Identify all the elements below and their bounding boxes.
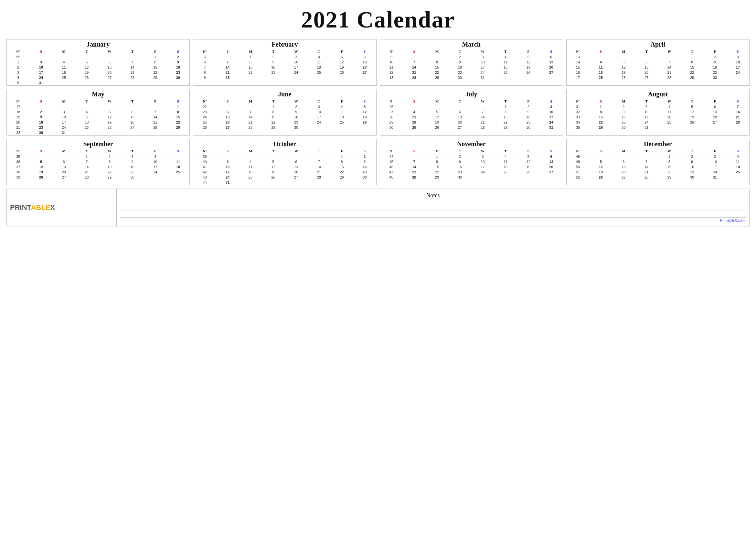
day-cell: 25 — [403, 125, 426, 130]
col-header: S — [353, 99, 376, 104]
day-cell: 12 — [98, 115, 121, 120]
day-cell: 23 — [704, 70, 727, 75]
col-header: T — [635, 99, 658, 104]
day-cell: 22 — [262, 120, 285, 125]
table-row: 182345678 — [7, 109, 189, 115]
day-cell — [98, 130, 121, 135]
day-cell: 28 — [239, 125, 262, 130]
day-cell: 10 — [726, 60, 749, 65]
day-cell: 16 — [121, 164, 144, 169]
month-block-april: AprilN°SMTWTFS13123144567891015111213141… — [566, 39, 749, 86]
day-cell: 27 — [540, 70, 563, 75]
day-cell — [167, 80, 190, 85]
day-cell — [216, 104, 239, 110]
day-cell — [517, 175, 540, 180]
week-number: 41 — [193, 164, 216, 169]
month-block-march: MarchN°SMTWTFS91234561078910111213111415… — [380, 39, 563, 86]
day-cell: 19 — [517, 65, 540, 70]
day-cell: 3 — [726, 54, 749, 60]
day-cell: 20 — [121, 120, 144, 125]
day-cell: 11 — [330, 109, 353, 115]
day-cell: 11 — [239, 164, 262, 169]
day-cell: 6 — [52, 159, 75, 164]
week-number: 29 — [380, 120, 403, 125]
day-cell — [239, 180, 262, 185]
month-title: January — [7, 40, 189, 49]
day-cell: 29 — [658, 175, 681, 180]
table-row: 2413141516171819 — [193, 115, 376, 120]
day-cell: 23 — [681, 169, 704, 175]
day-cell — [52, 54, 75, 60]
table-row: 3315161718192021 — [567, 115, 749, 120]
col-header: T — [121, 149, 144, 154]
day-cell: 20 — [612, 169, 635, 175]
day-cell: 4 — [494, 54, 517, 60]
day-cell: 7 — [658, 60, 681, 65]
day-cell: 11 — [52, 65, 75, 70]
week-number: 9 — [380, 54, 403, 60]
day-cell: 4 — [589, 60, 612, 65]
day-cell: 19 — [30, 169, 53, 175]
day-cell: 19 — [75, 70, 98, 75]
col-header: T — [494, 149, 517, 154]
day-cell — [471, 104, 494, 110]
table-row: 424252627282930 — [7, 75, 189, 80]
day-cell: 2 — [704, 54, 727, 60]
day-cell — [75, 104, 98, 110]
day-cell — [239, 104, 262, 110]
day-cell: 20 — [540, 164, 563, 169]
day-cell: 28 — [121, 75, 144, 80]
day-cell: 27 — [704, 120, 727, 125]
table-row: 1078910111213 — [380, 60, 563, 65]
day-cell: 7 — [239, 109, 262, 115]
day-cell: 30 — [448, 175, 471, 180]
col-header: N° — [567, 49, 589, 54]
day-cell: 23 — [353, 169, 376, 175]
week-number: 17 — [7, 104, 30, 110]
day-cell — [239, 154, 262, 159]
day-cell: 25 — [308, 70, 331, 75]
day-cell: 26 — [517, 169, 540, 175]
week-number: 27 — [380, 109, 403, 115]
day-cell: 21 — [144, 120, 167, 125]
day-cell: 20 — [216, 120, 239, 125]
day-cell: 26 — [612, 75, 635, 80]
month-title: August — [567, 89, 749, 99]
day-cell: 10 — [52, 115, 75, 120]
day-cell: 19 — [330, 65, 353, 70]
table-row: 13123 — [567, 54, 749, 60]
month-title: November — [380, 139, 563, 149]
col-header: S — [353, 149, 376, 154]
week-number: 28 — [380, 115, 403, 120]
day-cell: 13 — [353, 60, 376, 65]
day-cell — [144, 175, 167, 180]
day-cell: 2 — [285, 104, 308, 110]
day-cell: 4 — [330, 104, 353, 110]
day-cell: 18 — [308, 65, 331, 70]
table-row: 481234 — [567, 154, 749, 159]
notes-title: Notes — [120, 192, 746, 199]
calendar-table: N°SMTWTFS9123456107891011121311141516171… — [380, 49, 563, 80]
calendar-table: N°SMTWTFS5512134567892101112131415163171… — [7, 49, 189, 85]
day-cell: 21 — [308, 169, 331, 175]
col-header: S — [540, 49, 563, 54]
day-cell: 31 — [52, 130, 75, 135]
day-cell: 25 — [589, 75, 612, 80]
day-cell — [262, 75, 285, 80]
col-header: T — [681, 49, 704, 54]
week-number: 6 — [193, 60, 216, 65]
page-title: 2021 Calendar — [7, 7, 749, 33]
day-cell: 25 — [726, 169, 749, 175]
col-header: S — [353, 49, 376, 54]
day-cell: 16 — [681, 164, 704, 169]
day-cell: 3 — [285, 54, 308, 60]
col-header: F — [704, 149, 727, 154]
col-header: F — [330, 49, 353, 54]
day-cell: 5 — [681, 104, 704, 110]
footer-logo: PRINTABLEX — [7, 189, 117, 226]
day-cell — [75, 80, 98, 85]
day-cell: 12 — [612, 65, 635, 70]
table-row: 3422232425262728 — [567, 120, 749, 125]
col-header: M — [239, 149, 262, 154]
col-header: S — [216, 149, 239, 154]
